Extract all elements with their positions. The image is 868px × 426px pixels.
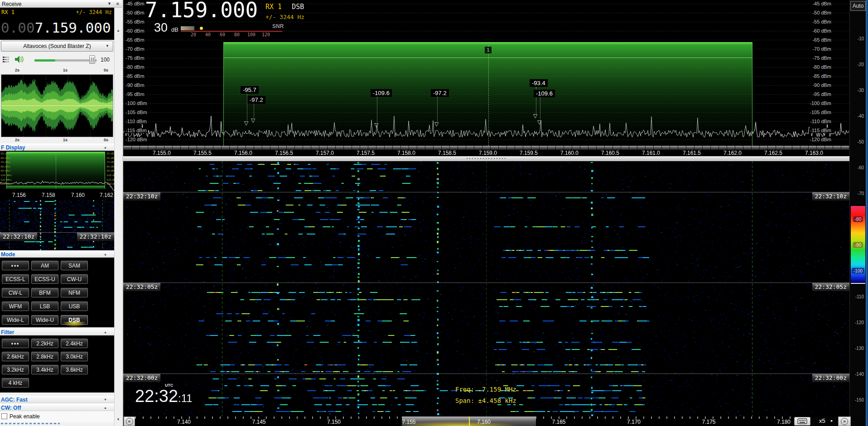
marker-drop-line	[377, 97, 377, 122]
filter-button-26khz[interactable]: 2.6kHz	[2, 352, 29, 361]
scope-time-axis-top: 2s 1s 0s	[0, 68, 114, 73]
mode-button-[interactable]: •••	[2, 261, 29, 270]
filter-button-[interactable]: •••	[2, 339, 29, 348]
receive-window-titlebar[interactable]: Receive	[0, 0, 122, 8]
collapse-icon[interactable]	[104, 330, 107, 334]
zoom-factor-button[interactable]: x5	[819, 417, 825, 424]
frequency-tick-label: 7.162.5	[764, 150, 782, 156]
mode-button-sam[interactable]: SAM	[61, 261, 88, 270]
filter-button-36khz[interactable]: 3.6kHz	[61, 365, 88, 374]
keyboard-entry-button[interactable]	[794, 417, 810, 426]
marker-triangle-icon	[374, 122, 378, 128]
filter-section-header[interactable]: Filter	[0, 328, 114, 335]
waterfall-display[interactable]: 22:32:10z22:32:10z22:32:05z22:32:05z22:3…	[123, 161, 849, 416]
if-dbm-label: -60 dBm	[106, 156, 112, 161]
nav-step-right-button[interactable]	[838, 416, 851, 426]
mode-section-title: Mode	[1, 251, 15, 258]
dbm-axis-label: -50 dBm	[811, 10, 832, 15]
dbm-axis-label: -90 dBm	[125, 82, 145, 88]
mode-button-bfm[interactable]: BFM	[31, 288, 58, 297]
spectrum-display[interactable]: 1 7.159.000 RX 1DSB +/- 3244 Hz 30 dB SN…	[123, 0, 849, 156]
peak-enable-checkbox[interactable]	[1, 413, 7, 419]
mode-button-dsb[interactable]: DSB	[61, 315, 88, 325]
filter-button-22khz[interactable]: 2.2kHz	[31, 339, 58, 348]
equalizer-icon[interactable]	[3, 56, 10, 63]
frequency-display[interactable]: 0.007.159.000	[0, 16, 114, 40]
collapse-icon[interactable]	[104, 253, 107, 256]
frequency-tick-label: 7.162.0	[723, 150, 742, 156]
expand-icon[interactable]	[104, 398, 107, 401]
filter-button-panel: •••2.2kHz2.4kHz2.6kHz2.8kHz3.0kHz3.2kHz3…	[0, 335, 114, 392]
frequency-tick-label: 7.159.5	[520, 150, 538, 156]
filter-section-title: Filter	[1, 329, 14, 335]
filter-button-24khz[interactable]: 2.4kHz	[61, 339, 88, 348]
mode-button-wfm[interactable]: WFM	[2, 302, 29, 311]
mode-section-header[interactable]: Mode	[0, 250, 114, 258]
volume-slider-handle[interactable]	[89, 55, 95, 64]
auto-scale-button[interactable]: Auto	[850, 1, 866, 11]
spectrum-marker-label: -109.6	[371, 89, 392, 97]
mode-button-cwl[interactable]: CW-L	[2, 288, 29, 297]
mode-button-usb[interactable]: USB	[61, 302, 88, 311]
passband-top-edge[interactable]	[224, 42, 752, 45]
scope-time-label: 1s	[63, 138, 68, 142]
panel-splitter[interactable]	[123, 156, 849, 161]
rx-header-row: RX 1 +/- 3244 Hz	[0, 8, 114, 16]
filter-button-32khz[interactable]: 3.2kHz	[2, 365, 29, 374]
band-ruler[interactable]: 7.1407.1457.1507.1557.1607.1657.1707.175…	[135, 416, 793, 426]
double-left-arrow-icon	[126, 418, 133, 425]
collapse-icon[interactable]	[104, 146, 107, 149]
agc-label: AGC: Fast	[1, 397, 28, 403]
filter-button-34khz[interactable]: 3.4kHz	[31, 365, 58, 374]
cw-section-header[interactable]: CW: Off	[0, 404, 114, 411]
mode-button-wideu[interactable]: Wide-U	[31, 315, 58, 325]
filter-passband-region[interactable]: 1	[223, 42, 752, 146]
filter-button-28khz[interactable]: 2.8kHz	[31, 352, 58, 361]
frequency-navigator[interactable]: 7.1407.1457.1507.1557.1607.1657.1707.175…	[123, 416, 868, 426]
splitter-grip-icon[interactable]	[467, 158, 506, 159]
if-dbm-label: -110 dBm	[0, 178, 6, 182]
mode-button-panel: •••AMSAMECSS-LECSS-UCW-UCW-LBFMNFMWFMLSB…	[0, 258, 114, 327]
waterfall-colorbar[interactable]: -80-90-100	[851, 206, 865, 284]
spectrum-mode-label: DSB	[292, 3, 304, 11]
snr-meter-unit: dB	[171, 26, 178, 33]
spectrum-frequency-ruler[interactable]	[123, 146, 849, 150]
waterfall-canvas[interactable]	[123, 161, 849, 416]
marker-triangle-icon	[533, 113, 537, 119]
window-collapse-icon[interactable]	[107, 1, 111, 6]
snr-meter-tick-label: 120	[262, 32, 270, 37]
scope-time-label: 0s	[104, 138, 108, 142]
scroll-down-icon[interactable]	[116, 417, 120, 421]
mode-button-widel[interactable]: Wide-L	[2, 315, 29, 325]
mode-button-ecssl[interactable]: ECSS-L	[2, 274, 29, 284]
agc-section-header[interactable]: AGC: Fast	[0, 396, 114, 403]
dbm-axis-label: -70 dBm	[125, 46, 145, 52]
if-spectrum-display: -50 dBm-60 dBm-70 dBm-80 dBm-90 dBm-100 …	[0, 151, 114, 200]
clipped-section-header	[0, 422, 114, 426]
scale-label: -150	[855, 397, 864, 402]
mode-button-am[interactable]: AM	[31, 261, 58, 270]
window-close-icon[interactable]	[116, 1, 120, 6]
scroll-up-icon[interactable]	[116, 29, 120, 33]
nav-step-left-button[interactable]	[124, 416, 135, 426]
filter-button-30khz[interactable]: 3.0kHz	[61, 352, 88, 361]
zoom-menu-caret-icon[interactable]	[831, 418, 833, 423]
mode-button-ecssu[interactable]: ECSS-U	[31, 274, 58, 284]
colorbar-label: -80	[853, 216, 863, 222]
mode-button-cwu[interactable]: CW-U	[61, 274, 88, 284]
speaker-icon[interactable]	[14, 55, 24, 64]
clock-seconds: :11	[178, 392, 193, 404]
snr-label: SNR	[272, 23, 284, 29]
if-dbm-label: -50 dBm	[0, 152, 6, 156]
collapse-icon[interactable]	[104, 406, 107, 409]
if-display-section-header[interactable]: F Display	[0, 144, 114, 151]
spectrum-frequency-readout: 7.159.000	[145, 0, 258, 22]
marker-triangle-icon	[244, 120, 248, 126]
receive-panel-scrollbar[interactable]	[114, 8, 122, 426]
frequency-tick-label: 7.156.5	[275, 150, 293, 156]
mode-button-nfm[interactable]: NFM	[61, 288, 88, 297]
filter-button-4khz[interactable]: 4 kHz	[2, 378, 29, 388]
waterfall-timestamp-left: 22:32:00z	[123, 374, 160, 382]
audio-device-dropdown[interactable]: Altavoces (Sound Blaster Z)	[1, 41, 113, 52]
mode-button-lsb[interactable]: LSB	[31, 302, 58, 311]
